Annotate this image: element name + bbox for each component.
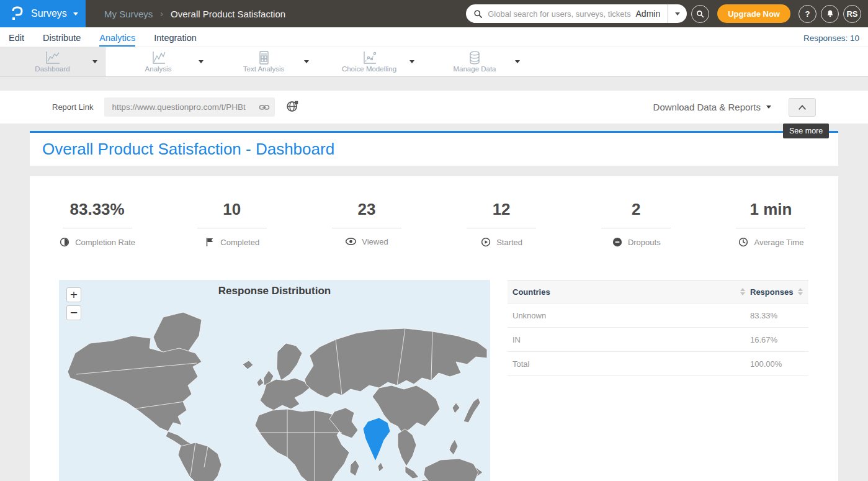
choice-modelling-icon <box>361 51 377 65</box>
divider <box>197 228 267 228</box>
stat-label: Average Time <box>754 238 803 247</box>
nav-item-analytics[interactable]: Analytics <box>99 33 135 47</box>
upgrade-now-button[interactable]: Upgrade Now <box>717 4 790 23</box>
sort-icon[interactable] <box>740 288 745 295</box>
sort-icon[interactable] <box>798 288 803 295</box>
divider <box>601 228 671 228</box>
stat-value: 23 <box>299 200 434 219</box>
column-countries: Countries <box>512 287 550 297</box>
divider <box>736 228 805 228</box>
stat-started: 12 Started <box>434 200 569 248</box>
country-cell: IN <box>512 335 750 344</box>
nav-item-distribute[interactable]: Distribute <box>43 33 81 47</box>
analytics-toolbar: Dashboard Analysis Text Analysis <box>0 47 868 77</box>
avatar-initials: RS <box>846 9 857 19</box>
database-icon <box>467 51 483 65</box>
map-title: Response Distribution <box>59 285 490 297</box>
stat-value: 83.33% <box>30 200 164 219</box>
search-icon <box>473 9 483 19</box>
collapse-header-button[interactable] <box>789 98 816 117</box>
country-cell: Total <box>512 359 750 369</box>
avatar[interactable]: RS <box>843 5 861 23</box>
download-data-reports-dropdown[interactable]: Download Data & Reports <box>653 102 771 112</box>
stat-value: 1 min <box>704 200 838 219</box>
breadcrumb: My Surveys › Overall Product Satisfactio… <box>86 0 285 27</box>
text-analysis-icon <box>256 51 272 65</box>
chevron-down-icon <box>675 12 680 16</box>
stat-viewed: 23 Viewed <box>299 200 434 248</box>
tab-manage-data[interactable]: Manage Data <box>422 47 527 76</box>
see-more-tooltip: See more <box>783 124 829 138</box>
breadcrumb-my-surveys[interactable]: My Surveys <box>104 9 153 19</box>
link-icon[interactable] <box>259 102 270 113</box>
response-distribution-map[interactable]: Response Distribution + − <box>59 280 490 481</box>
questionpro-logo-icon <box>9 6 25 22</box>
product-name: Surveys <box>31 8 67 19</box>
table-header: Countries Responses <box>508 280 808 303</box>
notifications-button[interactable] <box>821 5 839 23</box>
country-india-highlight[interactable] <box>363 418 390 461</box>
tab-text-analysis[interactable]: Text Analysis <box>211 47 316 76</box>
stat-label: Completion Rate <box>75 238 135 247</box>
bell-icon <box>826 9 834 18</box>
quick-search-button[interactable] <box>691 5 709 23</box>
responses-cell: 83.33% <box>750 311 805 320</box>
tab-label: Analysis <box>145 65 172 73</box>
chevron-down-icon[interactable] <box>515 60 520 63</box>
chevron-down-icon[interactable] <box>92 60 97 63</box>
globe-lock-icon <box>286 100 299 113</box>
tab-label: Text Analysis <box>243 65 284 73</box>
stat-value: 12 <box>434 200 569 219</box>
search-scope-dropdown[interactable] <box>668 4 687 23</box>
report-link-input[interactable] <box>104 97 275 117</box>
chevron-up-icon <box>797 104 807 111</box>
chevron-down-icon <box>73 12 78 16</box>
stat-average-time: 1 min Average Time <box>704 200 838 248</box>
search-icon <box>696 10 704 18</box>
question-mark-icon: ? <box>805 9 810 19</box>
chevron-down-icon[interactable] <box>199 60 204 63</box>
breadcrumb-separator: › <box>160 9 163 19</box>
tab-analysis[interactable]: Analysis <box>105 47 211 76</box>
report-link-label: Report Link <box>52 102 93 112</box>
map-zoom-in-button[interactable]: + <box>66 287 81 302</box>
world-map[interactable] <box>59 280 490 481</box>
search-input[interactable] <box>488 9 635 19</box>
page-title: Overall Product Satisfaction - Dashboard <box>42 140 334 159</box>
topbar-actions: Admin Upgrade Now ? RS <box>466 0 868 27</box>
title-card: Overall Product Satisfaction - Dashboard <box>30 131 838 166</box>
help-button[interactable]: ? <box>799 5 817 23</box>
stat-label: Viewed <box>362 237 388 246</box>
tab-label: Manage Data <box>453 65 496 73</box>
responses-count: Responses: 10 <box>803 34 859 47</box>
product-switcher[interactable]: Surveys <box>0 0 86 27</box>
column-responses: Responses <box>750 287 793 297</box>
dashboard-chart-icon <box>44 51 60 65</box>
responses-cell: 16.67% <box>750 335 805 344</box>
stat-label: Started <box>496 238 522 247</box>
table-row: Unknown 83.33% <box>508 303 808 328</box>
responses-cell: 100.00% <box>750 359 805 369</box>
eye-icon <box>345 236 357 246</box>
map-zoom-out-button[interactable]: − <box>66 305 81 320</box>
chevron-down-icon <box>766 106 771 109</box>
dashboard-card: 83.33% Completion Rate 10 Completed <box>30 176 838 481</box>
nav-item-edit[interactable]: Edit <box>9 33 24 47</box>
tab-choice-modelling[interactable]: Choice Modelling <box>316 47 422 76</box>
chevron-down-icon[interactable] <box>409 60 414 63</box>
download-label: Download Data & Reports <box>653 102 761 112</box>
analysis-chart-icon <box>150 51 166 65</box>
search-scope[interactable]: Admin <box>636 9 668 19</box>
panels-row: Response Distribution + − <box>30 280 838 481</box>
chevron-down-icon[interactable] <box>304 60 309 63</box>
stat-label: Dropouts <box>628 238 661 247</box>
flag-icon <box>204 236 215 248</box>
global-search[interactable]: Admin <box>466 4 687 23</box>
stat-label: Completed <box>220 238 259 247</box>
tab-dashboard[interactable]: Dashboard <box>0 47 105 76</box>
nav-item-integration[interactable]: Integration <box>154 33 197 47</box>
tab-label: Choice Modelling <box>342 65 396 73</box>
table-row: Total 100.00% <box>508 352 808 376</box>
report-visibility-button[interactable] <box>286 100 299 115</box>
divider <box>332 228 401 228</box>
